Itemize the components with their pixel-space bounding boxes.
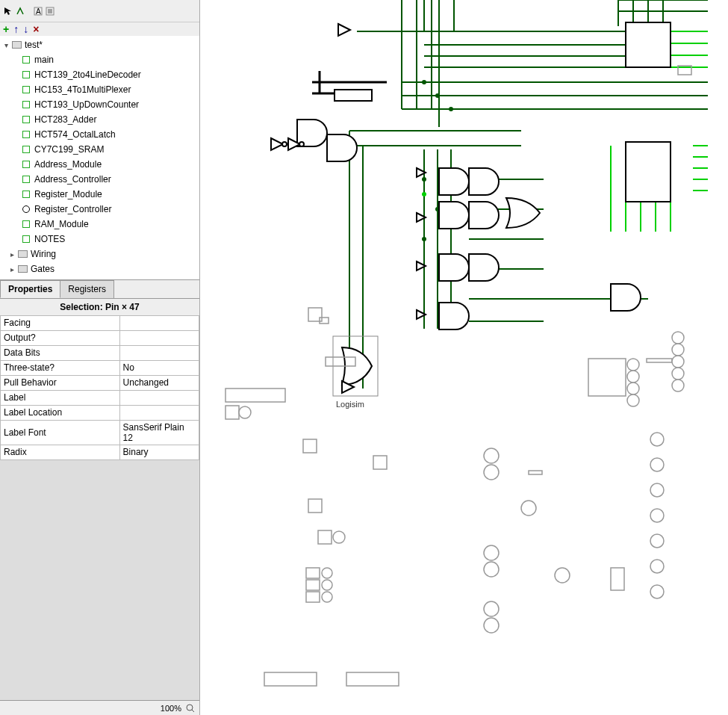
svg-point-109 bbox=[672, 368, 684, 380]
property-value[interactable] bbox=[119, 315, 199, 330]
svg-point-94 bbox=[484, 601, 499, 616]
wiring-icon[interactable] bbox=[15, 6, 25, 16]
tab-properties[interactable]: Properties bbox=[0, 280, 60, 298]
svg-point-81 bbox=[333, 531, 345, 543]
tree-circuit-item[interactable]: HC153_4To1MultiPlexer bbox=[1, 82, 198, 97]
svg-rect-79 bbox=[308, 499, 322, 513]
svg-point-75 bbox=[239, 406, 251, 418]
property-name: Data Bits bbox=[1, 345, 120, 360]
expand-icon[interactable]: ▸ bbox=[10, 250, 18, 259]
property-value[interactable]: Binary bbox=[119, 445, 199, 459]
svg-rect-74 bbox=[225, 406, 239, 419]
project-tree[interactable]: ▾ test* mainHCT139_2to4LineDecoderHC153_… bbox=[0, 36, 199, 279]
cursor-icon[interactable] bbox=[3, 6, 13, 16]
svg-point-112 bbox=[650, 458, 664, 471]
svg-point-108 bbox=[672, 356, 684, 368]
svg-text:A: A bbox=[36, 7, 41, 16]
property-name: Label bbox=[1, 390, 120, 405]
property-row[interactable]: Facing bbox=[1, 315, 199, 330]
svg-point-111 bbox=[650, 433, 664, 446]
svg-point-113 bbox=[650, 483, 664, 497]
tree-library-item[interactable]: ▸Gates bbox=[1, 261, 198, 276]
add-button[interactable]: + bbox=[3, 23, 9, 35]
tree-circuit-item[interactable]: HCT574_OctalLatch bbox=[1, 127, 198, 142]
tree-item-label: Address_Module bbox=[34, 159, 102, 170]
property-name: Radix bbox=[1, 445, 120, 459]
tree-item-label: Register_Module bbox=[34, 189, 102, 199]
svg-rect-78 bbox=[373, 456, 387, 469]
tree-item-label: HC153_4To1MultiPlexer bbox=[34, 84, 131, 95]
svg-rect-105 bbox=[647, 359, 672, 362]
tree-circuit-item[interactable]: Register_Module bbox=[1, 187, 198, 202]
property-value[interactable]: No bbox=[119, 360, 199, 375]
tree-item-label: Address_Controller bbox=[34, 174, 111, 185]
property-row[interactable]: Label bbox=[1, 390, 199, 405]
property-row[interactable]: Output? bbox=[1, 330, 199, 345]
collapse-icon[interactable]: ▾ bbox=[4, 41, 12, 49]
property-name: Label Location bbox=[1, 405, 120, 420]
tree-item-label: RAM_Module bbox=[34, 219, 89, 229]
circuit-icon bbox=[22, 146, 30, 153]
circuit-icon bbox=[22, 220, 30, 228]
move-down-button[interactable]: ↓ bbox=[23, 23, 28, 35]
tree-circuit-item[interactable]: HCT139_2to4LineDecoder bbox=[1, 67, 198, 82]
svg-rect-72 bbox=[320, 318, 329, 324]
tree-circuit-item[interactable]: HCT193_UpDownCounter bbox=[1, 97, 198, 112]
property-row[interactable]: Label FontSansSerif Plain 12 bbox=[1, 420, 199, 445]
svg-point-93 bbox=[484, 562, 499, 577]
svg-point-110 bbox=[672, 380, 684, 391]
tree-item-label: CY7C199_SRAM bbox=[34, 144, 104, 155]
svg-point-95 bbox=[484, 618, 499, 633]
property-value[interactable] bbox=[119, 330, 199, 345]
svg-point-103 bbox=[627, 383, 639, 394]
property-row[interactable]: Pull BehaviorUnchanged bbox=[1, 375, 199, 390]
tree-library-item[interactable]: ▸Wiring bbox=[1, 247, 198, 261]
tree-circuit-item[interactable]: Address_Module bbox=[1, 157, 198, 172]
svg-rect-88 bbox=[264, 672, 317, 686]
property-row[interactable]: RadixBinary bbox=[1, 445, 199, 459]
folder-icon bbox=[18, 265, 28, 273]
tree-root-label: test* bbox=[25, 40, 43, 50]
property-name: Pull Behavior bbox=[1, 375, 120, 390]
zoom-bar: 100% bbox=[0, 700, 199, 715]
svg-point-64 bbox=[422, 192, 426, 196]
text-icon[interactable]: A bbox=[33, 6, 43, 16]
circuit-icon bbox=[22, 71, 30, 78]
properties-filler bbox=[0, 460, 199, 701]
tree-root[interactable]: ▾ test* bbox=[1, 37, 198, 52]
delete-button[interactable]: × bbox=[33, 23, 39, 35]
circuit-icon bbox=[22, 191, 30, 198]
expand-icon[interactable]: ▸ bbox=[10, 265, 18, 273]
tree-circuit-item[interactable]: CY7C199_SRAM bbox=[1, 142, 198, 157]
tree-circuit-item[interactable]: RAM_Module bbox=[1, 217, 198, 232]
property-name: Facing bbox=[1, 315, 120, 330]
property-row[interactable]: Label Location bbox=[1, 405, 199, 420]
tree-circuit-item[interactable]: Address_Controller bbox=[1, 172, 198, 187]
property-row[interactable]: Three-state?No bbox=[1, 360, 199, 375]
circuit-icon bbox=[22, 86, 30, 93]
property-value[interactable] bbox=[119, 390, 199, 405]
property-value[interactable]: SansSerif Plain 12 bbox=[119, 420, 199, 445]
tree-circuit-item[interactable]: Register_Controller bbox=[1, 202, 198, 217]
menu-icon[interactable] bbox=[45, 6, 55, 16]
svg-point-86 bbox=[322, 580, 332, 590]
svg-point-114 bbox=[650, 509, 664, 522]
edit-toolbar: + ↑ ↓ × bbox=[0, 22, 199, 36]
svg-point-87 bbox=[322, 592, 332, 602]
tree-circuit-item[interactable]: main bbox=[1, 52, 198, 67]
tree-item-label: NOTES bbox=[34, 234, 65, 244]
property-value[interactable] bbox=[119, 405, 199, 420]
property-value[interactable] bbox=[119, 345, 199, 360]
tree-item-label: HCT139_2to4LineDecoder bbox=[34, 69, 141, 80]
tab-registers[interactable]: Registers bbox=[60, 280, 114, 298]
svg-rect-84 bbox=[306, 592, 320, 602]
svg-point-96 bbox=[521, 501, 536, 516]
tree-circuit-item[interactable]: NOTES bbox=[1, 232, 198, 247]
tree-circuit-item[interactable]: HCT283_Adder bbox=[1, 112, 198, 127]
zoom-icon[interactable] bbox=[186, 704, 195, 713]
move-up-button[interactable]: ↑ bbox=[13, 23, 19, 35]
property-row[interactable]: Data Bits bbox=[1, 345, 199, 360]
property-value[interactable]: Unchanged bbox=[119, 375, 199, 390]
circuit-icon bbox=[22, 101, 30, 108]
circuit-canvas[interactable]: Logisim bbox=[200, 0, 728, 715]
